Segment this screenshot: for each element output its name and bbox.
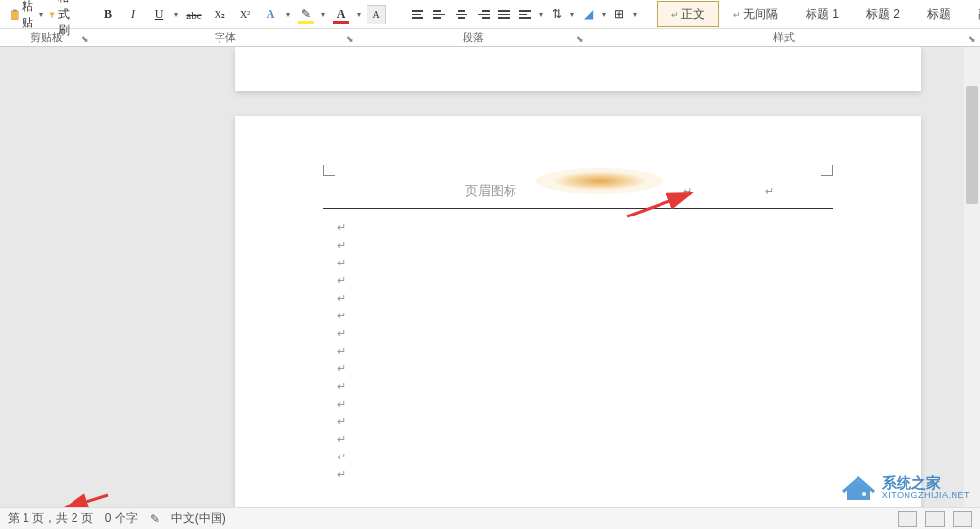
font-color-button[interactable]: A (331, 5, 351, 24)
paragraph-mark-icon: ↵ (337, 292, 346, 305)
chevron-down-icon[interactable]: ▾ (357, 10, 361, 19)
svg-line-4 (65, 495, 108, 507)
svg-rect-0 (11, 10, 18, 19)
styles-group: ↵正文 ↵无间隔 标题 1 标题 2 标题 副标题 不 (653, 1, 980, 27)
page-1-bottom[interactable] (235, 47, 921, 91)
watermark-title: 系统之家 (882, 475, 970, 492)
chevron-down-icon[interactable]: ▾ (633, 10, 637, 19)
paragraph-mark-icon: ↵ (337, 362, 346, 375)
read-view-button[interactable] (898, 511, 917, 527)
ribbon-toolbar: 粘贴 ▾ 格式刷 B I U ▾ abc X₂ X² A ▾ ✎ ▾ A ▾ A… (0, 0, 980, 29)
page-2[interactable]: 页眉图标 ↵ ↵ ↵ ↵ ↵ ↵ ↵ ↵ ↵ ↵ ↵ ↵ ↵ ↵ ↵ ↵ ↵ (235, 116, 921, 507)
vertical-scrollbar[interactable] (964, 47, 980, 507)
justify-button[interactable] (496, 6, 514, 24)
paragraph-mark-icon: ↵ (337, 274, 346, 287)
print-view-button[interactable] (925, 511, 945, 527)
paragraph-mark-icon: ↵ (337, 468, 346, 481)
svg-rect-1 (13, 9, 17, 11)
margin-corner-tr-icon (821, 165, 833, 176)
empty-paragraph[interactable]: ↵ (333, 377, 823, 395)
align-center-button[interactable] (453, 6, 470, 24)
highlight-button[interactable]: ✎ (296, 5, 316, 24)
bullets-button[interactable] (410, 6, 427, 24)
house-icon (841, 474, 876, 502)
font-group: B I U ▾ abc X₂ X² A ▾ ✎ ▾ A ▾ A (90, 5, 394, 24)
paragraph-mark-icon: ↵ (337, 327, 346, 340)
paragraph-mark-icon: ↵ (337, 239, 346, 252)
subscript-button[interactable]: X₂ (210, 5, 229, 24)
chevron-down-icon[interactable]: ▾ (174, 10, 178, 19)
annotation-arrow (627, 189, 706, 221)
underline-button[interactable]: U (149, 5, 169, 24)
strikethrough-button[interactable]: abc (184, 5, 204, 24)
language-indicator[interactable]: 中文(中国) (172, 510, 226, 527)
launcher-icon[interactable]: ⬊ (968, 34, 976, 44)
empty-paragraph[interactable]: ↵ (333, 412, 823, 430)
chevron-down-icon[interactable]: ▾ (602, 10, 606, 19)
page-header-area[interactable]: 页眉图标 ↵ ↵ (235, 116, 921, 209)
empty-paragraph[interactable]: ↵ (333, 395, 823, 412)
empty-paragraph[interactable]: ↵ (333, 448, 823, 465)
empty-paragraph[interactable]: ↵ (333, 236, 823, 254)
launcher-icon[interactable]: ⬊ (576, 34, 584, 44)
header-content-row: 页眉图标 ↵ ↵ (323, 178, 833, 209)
svg-line-3 (627, 193, 691, 216)
view-controls (898, 511, 972, 527)
chevron-down-icon[interactable]: ▾ (321, 10, 325, 19)
launcher-icon[interactable]: ⬊ (346, 34, 354, 44)
document-body[interactable]: ↵ ↵ ↵ ↵ ↵ ↵ ↵ ↵ ↵ ↵ ↵ ↵ ↵ ↵ ↵ (235, 209, 921, 493)
svg-point-5 (862, 492, 866, 496)
page-indicator[interactable]: 第 1 页，共 2 页 (8, 510, 93, 527)
empty-paragraph[interactable]: ↵ (333, 307, 823, 324)
launcher-icon[interactable]: ⬊ (81, 34, 89, 44)
document-canvas[interactable]: 页眉图标 ↵ ↵ ↵ ↵ ↵ ↵ ↵ ↵ ↵ ↵ ↵ ↵ ↵ ↵ ↵ ↵ ↵ (0, 47, 980, 507)
style-heading1[interactable]: 标题 1 (792, 2, 853, 26)
paragraph-mark-icon: ↵ (337, 257, 346, 269)
char-shading-button[interactable]: A (367, 5, 386, 24)
style-subtitle[interactable]: 副标题 (964, 2, 980, 26)
paragraph-mark-icon: ↵ (337, 310, 346, 322)
paragraph-mark-icon: ↵ (337, 221, 346, 234)
shading-button[interactable]: ◢ (578, 5, 598, 24)
empty-paragraph[interactable]: ↵ (333, 324, 823, 342)
paragraph-mark-icon: ↵ (337, 433, 346, 446)
empty-paragraph[interactable]: ↵ (333, 271, 823, 289)
paragraph-mark-icon: ↵ (337, 380, 346, 393)
empty-paragraph[interactable]: ↵ (333, 430, 823, 448)
empty-paragraph[interactable]: ↵ (333, 360, 823, 377)
chevron-down-icon[interactable]: ▾ (570, 10, 574, 19)
empty-paragraph[interactable]: ↵ (333, 465, 823, 483)
header-placeholder-text[interactable]: 页眉图标 (466, 182, 516, 200)
style-normal[interactable]: ↵正文 (657, 1, 719, 27)
empty-paragraph[interactable]: ↵ (333, 342, 823, 360)
paragraph-mark-icon: ↵ (337, 398, 346, 410)
annotation-arrow (59, 493, 118, 507)
italic-button[interactable]: I (123, 5, 143, 24)
ribbon-group-labels: 剪贴板⬊ 字体⬊ 段落⬊ 样式⬊ (0, 29, 980, 47)
word-count[interactable]: 0 个字 (105, 510, 138, 527)
clipboard-label: 剪贴板⬊ (0, 29, 93, 46)
chevron-down-icon[interactable]: ▾ (539, 10, 543, 19)
superscript-button[interactable]: X² (235, 5, 255, 24)
style-no-spacing[interactable]: ↵无间隔 (719, 2, 792, 26)
paragraph-mark-icon: ↵ (337, 345, 346, 358)
paragraph-label: 段落⬊ (358, 29, 588, 46)
scroll-thumb[interactable] (966, 86, 978, 204)
line-spacing-button[interactable]: ⇅ (547, 5, 566, 24)
styles-label: 样式⬊ (588, 29, 980, 46)
borders-button[interactable]: ⊞ (610, 5, 629, 24)
web-view-button[interactable] (953, 511, 972, 527)
chevron-down-icon[interactable]: ▾ (286, 10, 290, 19)
text-effects-button[interactable]: A (261, 5, 280, 24)
bold-button[interactable]: B (98, 5, 118, 24)
align-right-button[interactable] (474, 6, 492, 24)
style-heading2[interactable]: 标题 2 (853, 2, 913, 26)
proofing-icon[interactable]: ✎ (150, 512, 160, 526)
align-left-button[interactable] (431, 6, 449, 24)
distribute-button[interactable] (517, 6, 535, 24)
empty-paragraph[interactable]: ↵ (333, 218, 823, 236)
empty-paragraph[interactable]: ↵ (333, 254, 823, 271)
style-title[interactable]: 标题 (913, 2, 964, 26)
paste-button[interactable]: 粘贴 ▾ (10, 0, 43, 31)
empty-paragraph[interactable]: ↵ (333, 289, 823, 307)
